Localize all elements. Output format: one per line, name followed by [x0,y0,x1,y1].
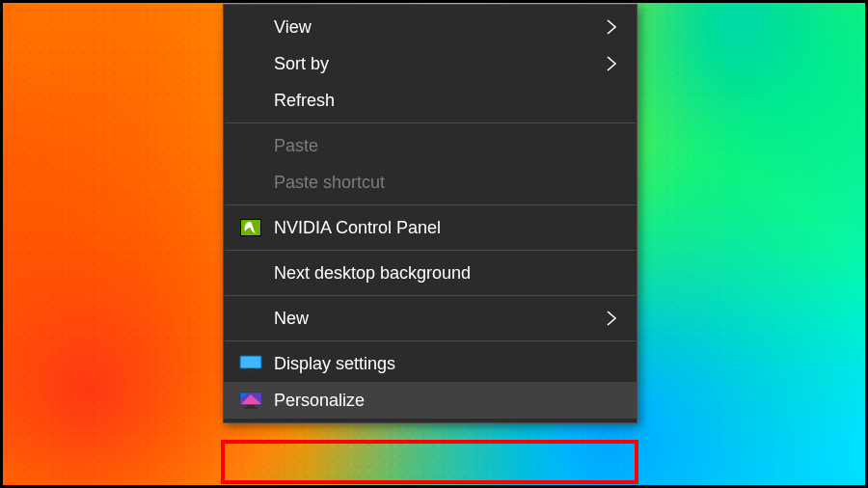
menu-item-display-settings[interactable]: Display settings [224,345,637,382]
chevron-right-icon [606,311,619,326]
menu-separator [225,340,636,341]
nvidia-icon [237,217,264,238]
menu-item-next-desktop-background[interactable]: Next desktop background [224,255,637,291]
icon-placeholder [237,90,264,111]
menu-item-nvidia-control-panel[interactable]: NVIDIA Control Panel [224,209,637,246]
icon-placeholder [237,16,264,38]
menu-item-sort-by[interactable]: Sort by [224,45,637,82]
svg-rect-10 [244,407,258,409]
menu-item-label: NVIDIA Control Panel [264,218,619,238]
menu-item-label: Personalize [264,391,619,411]
menu-item-label: Paste [264,136,619,156]
icon-placeholder [237,172,264,193]
menu-item-label: Refresh [264,91,619,111]
icon-placeholder [237,262,264,284]
svg-rect-9 [247,405,255,407]
menu-item-label: New [264,309,606,329]
menu-item-new[interactable]: New [224,300,637,337]
menu-item-view[interactable]: View [224,9,637,45]
desktop-context-menu: View Sort by Refresh Paste Paste shortcu… [223,4,637,423]
menu-item-paste-shortcut: Paste shortcut [224,164,637,201]
svg-rect-5 [244,370,258,372]
menu-item-paste: Paste [224,127,637,164]
menu-separator [225,122,636,123]
menu-item-label: Next desktop background [264,263,619,284]
menu-separator [225,250,636,251]
menu-item-label: Paste shortcut [264,173,619,193]
chevron-right-icon [606,19,619,35]
icon-placeholder [237,308,264,329]
menu-separator [225,204,636,205]
menu-item-personalize[interactable]: Personalize [224,382,637,419]
icon-placeholder [237,53,264,74]
svg-rect-4 [247,368,255,370]
menu-item-label: Sort by [264,54,606,74]
menu-item-refresh[interactable]: Refresh [224,82,637,119]
menu-separator [225,295,636,296]
monitor-icon [237,353,264,374]
menu-item-label: View [264,17,606,38]
menu-item-label: Display settings [264,354,619,374]
svg-rect-3 [241,357,260,367]
icon-placeholder [237,135,264,156]
personalize-icon [237,390,264,411]
chevron-right-icon [606,56,619,71]
